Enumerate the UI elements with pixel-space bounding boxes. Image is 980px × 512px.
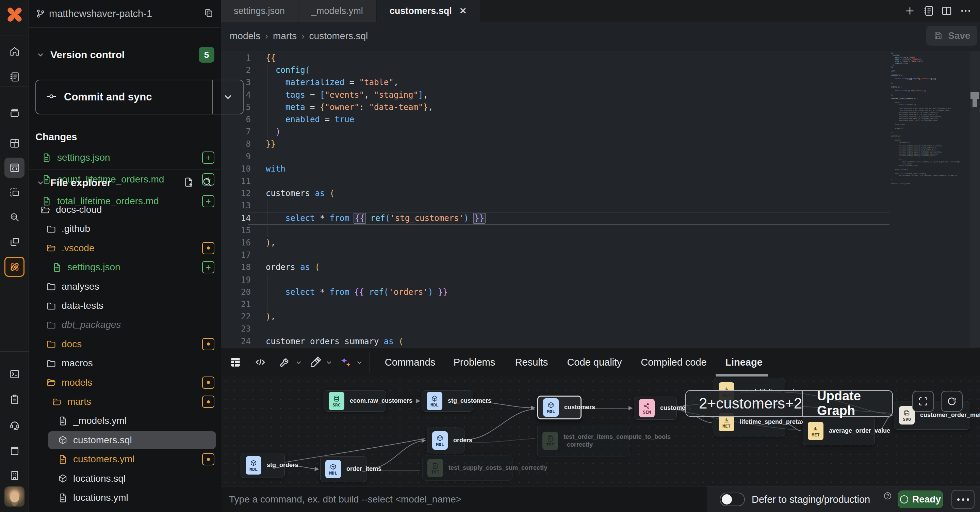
copy-branch-icon[interactable]	[204, 8, 214, 19]
format-pen-icon[interactable]	[309, 356, 322, 369]
nav-organization-button[interactable]	[5, 465, 24, 485]
tree-item-macros[interactable]: macros	[29, 354, 221, 372]
tree-item-label: _models.yml	[73, 415, 127, 426]
lineage-node-orders[interactable]: MDLorders	[427, 427, 465, 453]
close-tab-icon[interactable]: ✕	[460, 6, 467, 16]
minimap[interactable]: {{ config( materialized = "table", tags …	[891, 53, 969, 185]
stage-file-badge[interactable]: +	[202, 152, 215, 164]
nav-user-avatar[interactable]	[5, 486, 24, 507]
tree-item-data-tests[interactable]: data-tests	[29, 297, 221, 314]
nav-support-button[interactable]	[5, 415, 24, 435]
lineage-node-customers[interactable]: MDLcustomers	[537, 396, 582, 419]
tree-item-.vscode[interactable]: .vscode	[29, 239, 221, 257]
tree-item-locations.yml[interactable]: locations.yml	[29, 489, 221, 507]
defer-help-icon[interactable]	[883, 491, 892, 501]
tab-label: _models.yml	[311, 6, 363, 16]
nav-profiler-button[interactable]	[5, 207, 24, 227]
wrench-chevron-icon[interactable]	[295, 359, 302, 366]
changed-file-row[interactable]: settings.json+	[29, 149, 221, 166]
commit-options-caret[interactable]	[212, 80, 243, 114]
lineage-node-stg_customers[interactable]: MDLstg_customers	[422, 391, 473, 412]
panel-tab-commands[interactable]: Commands	[385, 348, 435, 377]
search-files-icon[interactable]	[202, 176, 213, 188]
new-tab-icon[interactable]	[904, 5, 916, 17]
lineage-fullscreen-button[interactable]	[912, 391, 934, 412]
panel-tab-problems[interactable]: Problems	[453, 348, 495, 377]
tab-settings.json[interactable]: settings.json	[221, 0, 298, 22]
folder-icon	[46, 281, 56, 292]
tree-item-docs[interactable]: docs	[29, 335, 221, 353]
nav-projects-button[interactable]	[5, 102, 24, 123]
nav-terminal-button[interactable]	[5, 364, 24, 384]
new-file-icon[interactable]	[183, 176, 195, 188]
tree-item-customers.sql[interactable]: customers.sql	[29, 431, 221, 449]
save-button[interactable]: Save	[926, 26, 977, 46]
ai-chevron-icon[interactable]	[356, 359, 363, 366]
lineage-node-test_supply_costs_sum_correctly[interactable]: TSTtest_supply_costs_sum_correctly	[422, 456, 513, 481]
format-chevron-icon[interactable]	[325, 359, 333, 366]
lineage-selector-input[interactable]: 2+customers+2	[686, 395, 802, 412]
split-editor-icon[interactable]	[940, 5, 953, 17]
nav-dashboard-button[interactable]	[5, 133, 24, 153]
nav-environments-button[interactable]	[5, 232, 24, 252]
command-bar-more-button[interactable]	[951, 490, 975, 509]
tab-customers.sql[interactable]: customers.sql✕	[377, 0, 480, 22]
nav-orchestration-button[interactable]	[5, 257, 24, 277]
tree-item-.github[interactable]: .github	[29, 220, 221, 238]
compile-code-icon[interactable]	[254, 356, 267, 369]
nav-capture-button[interactable]	[5, 182, 24, 203]
lineage-node-label: ecom.raw_customers	[350, 397, 412, 405]
nav-jobs-button[interactable]	[5, 389, 24, 409]
lineage-node-test_order_items_compute_to_bools[interactable]: TSTtest_order_items_compute_to_bools _co…	[537, 425, 628, 457]
branch-row[interactable]: matthewshaver-patch-1	[29, 0, 221, 27]
lineage-node-average_order_value[interactable]: METaverage_order_value	[803, 417, 875, 445]
dbt-logo-icon[interactable]	[6, 6, 23, 23]
defer-toggle[interactable]	[720, 493, 745, 506]
command-input-zone[interactable]	[221, 486, 708, 512]
tree-item-models[interactable]: models	[29, 374, 221, 391]
tree-item-settings.json[interactable]: settings.json+	[29, 258, 221, 276]
file-explorer-collapse-icon[interactable]	[36, 179, 45, 187]
tree-item-locations.sql[interactable]: locations.sql	[29, 470, 221, 488]
breadcrumb-item[interactable]: customers.sql	[309, 30, 368, 41]
update-graph-button[interactable]: Update Graph	[803, 389, 892, 418]
ai-sparkle-icon[interactable]	[339, 356, 352, 369]
more-options-icon[interactable]	[959, 5, 972, 17]
command-input[interactable]	[229, 486, 698, 512]
commit-and-sync-button[interactable]: Commit and sync	[35, 80, 243, 114]
lineage-node-ecom.raw_customers[interactable]: SRCecom.raw_customers	[324, 391, 386, 412]
version-control-title[interactable]: Version control	[50, 49, 124, 61]
version-control-collapse-icon[interactable]	[36, 50, 45, 59]
lineage-node-stg_orders[interactable]: MDLstg_orders	[240, 453, 285, 478]
notebook-icon[interactable]	[922, 5, 934, 17]
lineage-refresh-button[interactable]	[941, 391, 963, 412]
nav-ide-button[interactable]	[5, 158, 24, 178]
panel-tab-compiled-code[interactable]: Compiled code	[641, 348, 706, 377]
tree-item-docs-cloud[interactable]: docs-cloud	[29, 201, 221, 219]
cube-icon	[57, 473, 68, 484]
panel-tab-results[interactable]: Results	[515, 348, 548, 377]
lineage-canvas[interactable]: SRCecom.raw_customersMDLstg_customersMDL…	[221, 376, 980, 486]
panel-tab-lineage[interactable]: Lineage	[725, 348, 762, 377]
nav-home-button[interactable]	[5, 41, 24, 61]
panel-tab-code-quality[interactable]: Code quality	[567, 348, 622, 377]
tree-item-analyses[interactable]: analyses	[29, 278, 221, 295]
lineage-node-order_items[interactable]: MDLorder_items	[320, 456, 366, 482]
nav-docs-button[interactable]	[5, 67, 24, 87]
code-editor[interactable]: 1{{2 config(3 materialized = "table",4 t…	[221, 51, 980, 347]
breadcrumb-separator: ›	[265, 31, 268, 41]
tree-item-customers.yml[interactable]: customers.yml	[29, 450, 221, 468]
environment-status-badge[interactable]: Ready	[898, 491, 943, 508]
tree-item-_models.yml[interactable]: _models.yml	[29, 412, 221, 430]
tree-item-dbt_packages[interactable]: dbt_packages	[29, 316, 221, 333]
build-wrench-icon[interactable]	[279, 356, 292, 369]
breadcrumb-item[interactable]: marts	[273, 30, 297, 41]
tree-item-marts[interactable]: marts	[29, 393, 221, 411]
file-explorer-title[interactable]: File explorer	[50, 177, 111, 188]
editor-scrollbar[interactable]	[970, 51, 980, 347]
breadcrumb-item[interactable]: models	[230, 30, 260, 41]
nav-library-button[interactable]	[5, 440, 24, 460]
tab-_models.yml[interactable]: _models.yml	[298, 0, 376, 22]
preview-table-icon[interactable]	[229, 356, 242, 369]
lineage-node-customers[interactable]: SEMcustomers	[634, 397, 677, 420]
